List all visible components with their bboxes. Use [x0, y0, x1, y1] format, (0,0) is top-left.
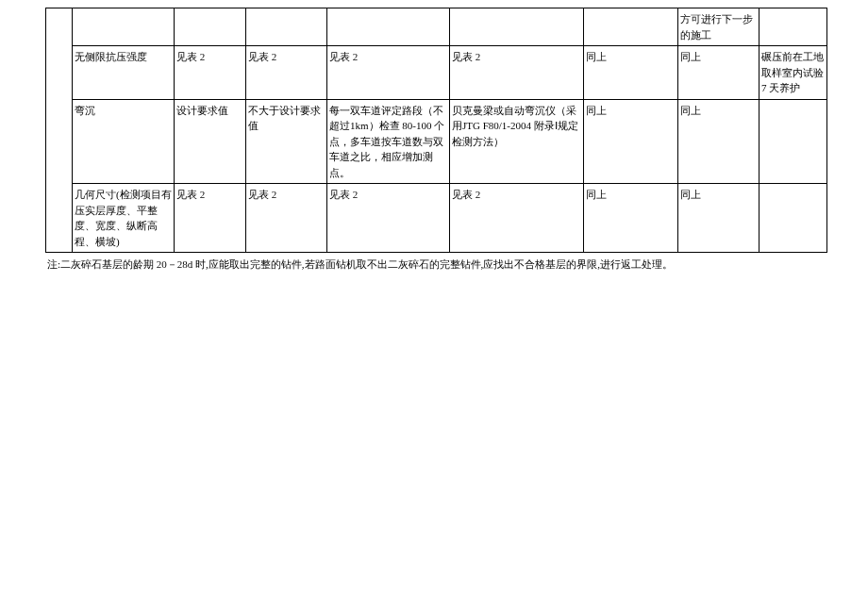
- spec-table: 方可进行下一步的施工 无侧限抗压强度 见表 2 见表 2 见表 2 见表 2 同…: [45, 8, 827, 253]
- cell: 几何尺寸(检测项目有压实层厚度、平整度、宽度、纵断高程、横坡): [73, 184, 175, 253]
- footnote: 注:二灰碎石基层的龄期 20－28d 时,应能取出完整的钻件,若路面钻机取不出二…: [45, 257, 823, 273]
- cell: 弯沉: [73, 99, 175, 184]
- cell: 不大于设计要求值: [246, 99, 327, 184]
- cell: [760, 184, 827, 253]
- cell: 设计要求值: [175, 99, 246, 184]
- cell: 见表 2: [450, 184, 584, 253]
- cell: 每一双车道评定路段（不超过1km）检查 80-100 个点，多车道按车道数与双车…: [327, 99, 450, 184]
- cell-rowhead: [46, 8, 73, 253]
- table-row: 无侧限抗压强度 见表 2 见表 2 见表 2 见表 2 同上 同上 碾压前在工地…: [46, 46, 827, 100]
- cell: [450, 8, 584, 46]
- cell: 无侧限抗压强度: [73, 46, 175, 100]
- cell: 见表 2: [175, 46, 246, 100]
- cell: [327, 8, 450, 46]
- cell: [175, 8, 246, 46]
- cell: 见表 2: [246, 46, 327, 100]
- cell: [760, 99, 827, 184]
- cell: 方可进行下一步的施工: [678, 8, 760, 46]
- table-row: 方可进行下一步的施工: [46, 8, 827, 46]
- cell: 贝克曼梁或自动弯沉仪（采用JTG F80/1-2004 附录Ⅰ规定检测方法）: [450, 99, 584, 184]
- cell: 同上: [584, 184, 678, 253]
- cell: [73, 8, 175, 46]
- table-row: 弯沉 设计要求值 不大于设计要求值 每一双车道评定路段（不超过1km）检查 80…: [46, 99, 827, 184]
- cell: [246, 8, 327, 46]
- cell: 同上: [678, 99, 760, 184]
- cell: 同上: [584, 46, 678, 100]
- cell: 同上: [584, 99, 678, 184]
- cell: 见表 2: [327, 184, 450, 253]
- table-row: 几何尺寸(检测项目有压实层厚度、平整度、宽度、纵断高程、横坡) 见表 2 见表 …: [46, 184, 827, 253]
- cell: [584, 8, 678, 46]
- cell: 见表 2: [327, 46, 450, 100]
- cell: 见表 2: [246, 184, 327, 253]
- cell: 同上: [678, 46, 760, 100]
- cell: 见表 2: [175, 184, 246, 253]
- cell: [760, 8, 827, 46]
- cell: 同上: [678, 184, 760, 253]
- cell: 碾压前在工地取样室内试验 7 天养护: [760, 46, 827, 100]
- cell: 见表 2: [450, 46, 584, 100]
